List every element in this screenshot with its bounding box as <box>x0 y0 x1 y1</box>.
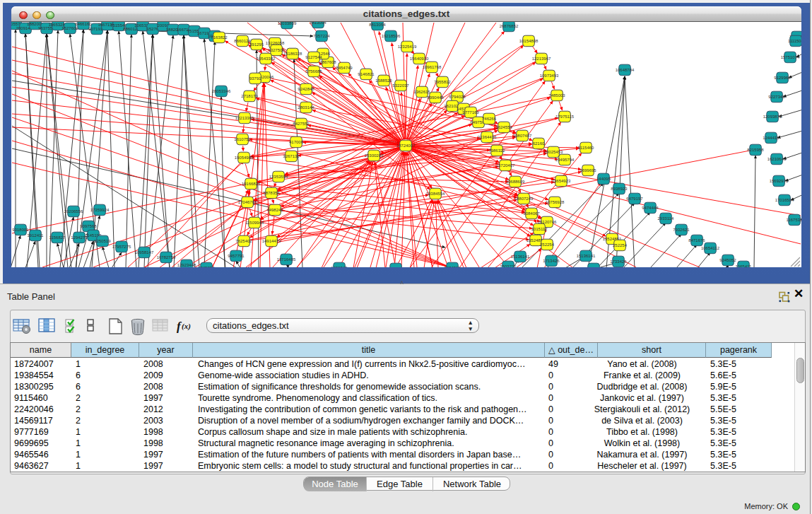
svg-text:(x): (x) <box>182 322 191 331</box>
